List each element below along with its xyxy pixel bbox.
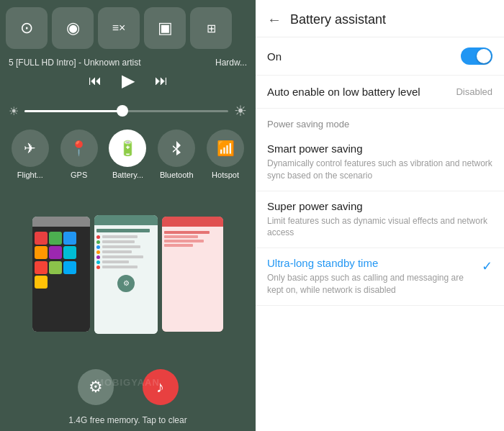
thumb3-body [162, 227, 223, 332]
right-panel: ← Battery assistant On Auto enable on lo… [256, 0, 504, 431]
bluetooth-label: Bluetooth [160, 171, 193, 179]
music-button[interactable]: ♪ [143, 369, 179, 405]
ultra-text-block: Ultra-long standby time Only basic apps … [267, 257, 482, 296]
check-icon: ✓ [482, 258, 492, 274]
quick-icons-row: ⊙ ◉ ≡× ▣ ⊞ [0, 0, 256, 55]
brightness-row: ☀ ☀ [0, 99, 256, 122]
media-title-row: 5 [FULL HD Intro] - Unknown artist Hardw… [9, 58, 247, 68]
toggle-gps[interactable]: 📍 GPS [60, 130, 98, 179]
recent-app-3[interactable] [162, 217, 223, 332]
quick-icon-camera[interactable]: ◉ [52, 7, 94, 49]
toggle-battery[interactable]: 🔋 Battery... [109, 130, 146, 179]
on-label: On [267, 50, 282, 63]
gps-label: GPS [71, 171, 87, 179]
hotspot-label: Hotspot [212, 171, 239, 179]
battery-icon-circle: 🔋 [109, 130, 146, 167]
smart-power-desc: Dynamically control features such as vib… [267, 158, 492, 182]
flight-label: Flight... [17, 171, 43, 179]
power-saving-label: Power saving mode [267, 119, 349, 130]
quick-icon-calculator[interactable]: ≡× [98, 7, 140, 49]
list-item [96, 260, 156, 264]
auto-enable-value: Disabled [456, 86, 492, 97]
brightness-high-icon: ☀ [234, 102, 247, 119]
flight-icon-circle: ✈ [12, 130, 49, 167]
toggle-bluetooth[interactable]: Bluetooth [158, 130, 195, 179]
brightness-low-icon: ☀ [9, 104, 19, 118]
bottom-actions: ⚙ ♪ [0, 365, 256, 412]
list-item [96, 245, 156, 249]
slider-thumb [117, 105, 128, 117]
list-item [96, 240, 156, 244]
ultra-standby-option[interactable]: Ultra-long standby time Only basic apps … [256, 248, 504, 306]
memory-text: 1.4G free memory. Tap to clear [68, 415, 186, 425]
gps-icon-circle: 📍 [60, 130, 98, 167]
recent-app-2[interactable]: ⚙ [94, 215, 158, 334]
back-button[interactable]: ← [267, 12, 282, 28]
media-title-text: 5 [FULL HD Intro] - Unknown artist [9, 58, 141, 68]
media-player: 5 [FULL HD Intro] - Unknown artist Hardw… [0, 55, 256, 99]
right-header: ← Battery assistant [256, 0, 504, 37]
slider-fill [24, 110, 122, 112]
recent-app-1[interactable] [32, 217, 90, 332]
super-power-option[interactable]: Super power saving Limit features such a… [256, 191, 504, 249]
thumb1-body [32, 227, 90, 332]
list-item [96, 255, 156, 259]
auto-enable-row[interactable]: Auto enable on low battery level Disable… [256, 76, 504, 109]
thumb2-header [94, 215, 158, 225]
list-item [96, 266, 156, 269]
bluetooth-icon-circle [158, 130, 195, 167]
on-toggle-switch[interactable] [461, 47, 492, 65]
thumb3-header [162, 217, 223, 227]
settings-button[interactable]: ⚙ [78, 369, 114, 405]
memory-bar[interactable]: 1.4G free memory. Tap to clear [0, 412, 256, 431]
auto-enable-label: Auto enable on low battery level [267, 86, 420, 98]
list-item [96, 235, 156, 239]
page-title: Battery assistant [290, 12, 386, 27]
media-right-text: Hardw... [215, 58, 247, 68]
list-item [96, 250, 156, 254]
next-button[interactable]: ⏭ [155, 73, 168, 89]
ultra-title: Ultra-long standby time [267, 257, 476, 269]
super-power-desc: Limit features such as dynamic visual ef… [267, 215, 492, 240]
media-controls: ⏮ ▶ ⏭ [9, 71, 247, 91]
ultra-desc: Only basic apps such as calling and mess… [267, 272, 476, 296]
battery-label: Battery... [112, 171, 143, 179]
toggle-row: ✈ Flight... 📍 GPS 🔋 Battery... Bluetooth… [0, 122, 256, 179]
power-saving-header: Power saving mode [256, 109, 504, 134]
play-button[interactable]: ▶ [122, 71, 135, 91]
prev-button[interactable]: ⏮ [89, 73, 102, 89]
hotspot-icon-circle: 📶 [207, 130, 244, 167]
right-content: On Auto enable on low battery level Disa… [256, 37, 504, 431]
smart-power-title: Smart power saving [267, 142, 492, 155]
toggle-hotspot[interactable]: 📶 Hotspot [207, 130, 244, 179]
thumb1-header [32, 217, 90, 227]
toggle-flight[interactable]: ✈ Flight... [12, 130, 49, 179]
thumb2-body: ⚙ [94, 225, 158, 334]
quick-icon-flashlight[interactable]: ▣ [144, 7, 186, 49]
smart-power-option[interactable]: Smart power saving Dynamically control f… [256, 134, 504, 191]
toggle-knob [477, 49, 491, 63]
on-toggle-row: On [256, 37, 504, 76]
quick-icon-extra[interactable]: ⊞ [190, 7, 232, 49]
left-panel: ⊙ ◉ ≡× ▣ ⊞ 5 [FULL HD Intro] - Unknown a… [0, 0, 256, 431]
recent-apps-area: ⚙ [0, 179, 256, 365]
brightness-slider[interactable] [24, 110, 228, 112]
super-power-title: Super power saving [267, 200, 492, 212]
quick-icon-rotation[interactable]: ⊙ [6, 7, 48, 49]
